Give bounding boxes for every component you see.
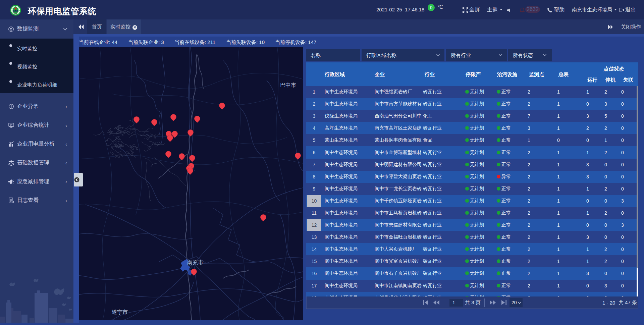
svg-text:遂宁市: 遂宁市	[112, 309, 128, 315]
svg-text:巴中市: 巴中市	[280, 82, 296, 88]
svg-text:南充市: 南充市	[187, 260, 203, 265]
